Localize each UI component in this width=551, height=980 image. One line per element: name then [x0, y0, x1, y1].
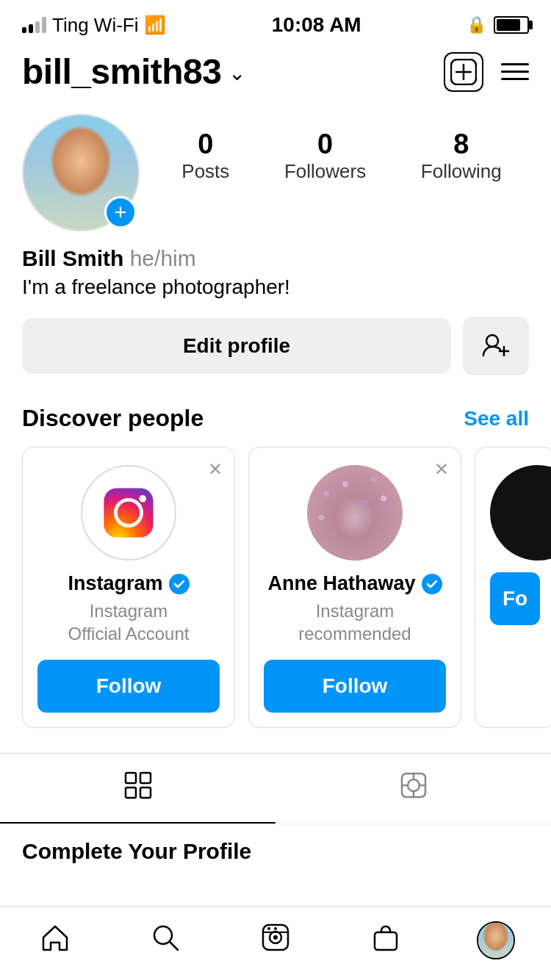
bio-section: Bill Smith he/him I'm a freelance photog…	[0, 246, 551, 317]
wifi-icon: 📶	[144, 15, 166, 35]
person-card-anne: ✕ Anne Hathaway Instagram recommended Fo…	[248, 447, 461, 728]
nav-shop[interactable]	[356, 918, 415, 962]
person-card-instagram: ✕ Instagram	[22, 447, 235, 728]
menu-button[interactable]	[501, 63, 529, 80]
add-person-icon	[482, 334, 510, 359]
anne-avatar	[307, 465, 403, 561]
battery-icon	[494, 16, 529, 34]
carrier-label: Ting Wi-Fi	[52, 14, 138, 37]
see-all-link[interactable]: See all	[464, 407, 529, 430]
follow-button-partial[interactable]: Fo	[490, 572, 540, 625]
nav-profile-avatar	[477, 921, 515, 959]
card-sub-instagram: Instagram Official Account	[37, 599, 220, 645]
nav-home[interactable]	[26, 918, 84, 962]
bio-text: I'm a freelance photographer!	[22, 275, 529, 299]
status-bar: Ting Wi-Fi 📶 10:08 AM 🔒	[0, 0, 551, 44]
shop-icon	[370, 922, 401, 959]
search-icon	[150, 922, 181, 959]
follow-button-instagram[interactable]: Follow	[37, 660, 220, 713]
verified-badge-anne	[422, 574, 442, 594]
status-right: 🔒	[467, 15, 529, 35]
header-actions	[444, 52, 529, 92]
username-label: bill_smith83	[22, 51, 221, 92]
add-story-button[interactable]: +	[104, 196, 137, 228]
lock-icon: 🔒	[467, 15, 486, 35]
svg-rect-11	[126, 773, 136, 783]
people-scroll: ✕ Instagram	[0, 447, 551, 746]
home-icon	[40, 922, 71, 959]
reels-icon	[260, 922, 291, 959]
tagged-icon	[400, 771, 428, 806]
grid-icon	[124, 771, 152, 806]
discover-title: Discover people	[22, 405, 204, 432]
following-stat[interactable]: 8 Following	[421, 129, 502, 183]
posts-stat[interactable]: 0 Posts	[181, 129, 229, 183]
pronouns: he/him	[130, 246, 196, 270]
bottom-nav	[0, 906, 551, 980]
svg-point-9	[169, 574, 190, 594]
svg-rect-13	[126, 788, 136, 798]
profile-section: + 0 Posts 0 Followers 8 Following	[0, 107, 551, 246]
card-name-anne: Anne Hathaway	[264, 572, 446, 595]
followers-stat[interactable]: 0 Followers	[284, 129, 366, 183]
avatar-container: +	[22, 114, 140, 231]
partial-avatar	[490, 465, 551, 561]
content-tabs	[0, 753, 551, 824]
svg-rect-12	[140, 773, 151, 783]
follow-button-anne[interactable]: Follow	[264, 660, 446, 713]
svg-point-28	[274, 927, 277, 930]
following-label: Following	[421, 160, 502, 183]
display-name: Bill Smith he/him	[22, 246, 529, 271]
svg-rect-14	[140, 788, 151, 798]
tab-grid[interactable]	[0, 754, 276, 824]
following-count: 8	[421, 129, 502, 160]
nav-search[interactable]	[136, 918, 195, 962]
add-person-button[interactable]	[463, 317, 529, 375]
card-name-instagram: Instagram	[37, 572, 220, 595]
header: bill_smith83 ⌄	[0, 44, 551, 107]
profile-actions: Edit profile	[0, 317, 551, 397]
verified-badge-instagram	[169, 574, 190, 594]
followers-label: Followers	[284, 160, 366, 183]
username-container[interactable]: bill_smith83 ⌄	[22, 51, 245, 92]
tab-tagged[interactable]	[276, 754, 551, 824]
svg-point-16	[408, 779, 419, 791]
instagram-logo-icon	[99, 483, 158, 542]
discover-header: Discover people See all	[0, 397, 551, 447]
status-left: Ting Wi-Fi 📶	[22, 14, 166, 37]
card-close-anne[interactable]: ✕	[434, 459, 449, 480]
chevron-down-icon: ⌄	[228, 61, 245, 85]
svg-point-27	[267, 927, 270, 930]
posts-count: 0	[181, 129, 229, 160]
stats-container: 0 Posts 0 Followers 8 Following	[154, 114, 529, 183]
followers-count: 0	[284, 129, 366, 160]
svg-rect-29	[375, 932, 397, 950]
person-card-partial: Fo	[475, 447, 551, 728]
svg-point-10	[422, 574, 442, 594]
svg-point-3	[486, 335, 498, 347]
nav-profile[interactable]	[467, 918, 525, 962]
posts-label: Posts	[181, 160, 229, 183]
svg-point-8	[139, 495, 146, 502]
svg-rect-6	[104, 488, 153, 537]
complete-profile-title: Complete Your Profile	[22, 839, 251, 863]
signal-icon	[22, 17, 46, 33]
nav-reels[interactable]	[246, 918, 305, 962]
status-time: 10:08 AM	[272, 13, 361, 37]
card-sub-anne: Instagram recommended	[264, 599, 446, 645]
add-post-button[interactable]	[444, 52, 483, 92]
card-close-instagram[interactable]: ✕	[208, 459, 223, 480]
edit-profile-button[interactable]: Edit profile	[22, 318, 451, 374]
svg-point-25	[273, 935, 278, 940]
complete-profile-section: Complete Your Profile	[0, 824, 551, 871]
instagram-logo-avatar	[81, 465, 176, 561]
svg-line-22	[170, 942, 178, 950]
